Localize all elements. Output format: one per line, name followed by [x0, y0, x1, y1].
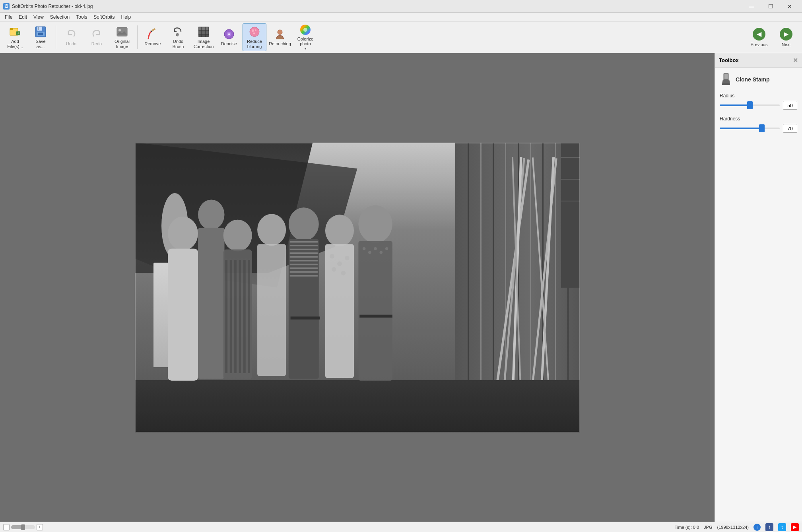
photo-container	[0, 53, 715, 522]
svg-rect-70	[360, 315, 393, 318]
photo-canvas[interactable]	[135, 143, 580, 433]
svg-rect-52	[290, 267, 318, 269]
status-time: Time (s): 0.0	[675, 525, 699, 530]
hardness-slider-thumb[interactable]	[759, 124, 765, 132]
svg-rect-39	[243, 260, 246, 373]
reduce-blurring-icon	[248, 25, 261, 38]
svg-rect-37	[234, 260, 237, 373]
svg-point-33	[223, 220, 252, 251]
clone-stamp-title: Clone Stamp	[736, 76, 770, 83]
retouching-button[interactable]: Retouching	[268, 23, 292, 51]
zoom-out-button[interactable]: −	[3, 524, 10, 530]
radius-label: Radius	[720, 93, 797, 99]
hardness-slider-track[interactable]	[720, 128, 780, 129]
app-icon: 🖼	[3, 3, 10, 10]
svg-rect-48	[290, 252, 318, 254]
status-right: Time (s): 0.0 JPG (1998x1312x24) i f t ▶	[675, 523, 799, 531]
facebook-icon[interactable]: f	[765, 523, 773, 531]
svg-rect-47	[290, 249, 318, 250]
youtube-icon[interactable]: ▶	[791, 523, 799, 531]
clone-stamp-header: Clone Stamp	[720, 72, 797, 87]
svg-point-60	[332, 267, 336, 271]
svg-rect-35	[225, 260, 228, 373]
menu-tools[interactable]: Tools	[73, 14, 90, 21]
next-arrow-icon: ▶	[780, 28, 792, 41]
svg-point-55	[325, 215, 354, 246]
image-correction-button[interactable]: Image Correction	[192, 23, 216, 51]
menu-view[interactable]: View	[30, 14, 47, 21]
svg-rect-51	[290, 264, 318, 265]
minimize-button[interactable]: —	[742, 0, 761, 13]
redo-button[interactable]: Redo	[85, 23, 109, 51]
radius-slider-thumb[interactable]	[747, 101, 753, 109]
image-correction-label: Image Correction	[194, 39, 214, 48]
title-bar-left: 🖼 SoftOrbits Photo Retoucher - old-4.jpg	[3, 3, 93, 10]
radius-value[interactable]: 50	[783, 101, 797, 110]
svg-point-31	[198, 199, 224, 230]
save-as-button[interactable]: Save as...	[29, 23, 52, 51]
zoom-slider[interactable]	[11, 525, 35, 529]
title-bar: 🖼 SoftOrbits Photo Retoucher - old-4.jpg…	[0, 0, 802, 13]
previous-button[interactable]: ◀ Previous	[746, 23, 772, 51]
svg-point-24	[255, 29, 256, 31]
svg-point-58	[338, 261, 342, 266]
radius-section: Radius 50	[720, 93, 797, 110]
svg-rect-69	[291, 317, 320, 320]
undo-label: Undo	[66, 41, 76, 46]
svg-rect-73	[722, 83, 730, 85]
twitter-icon[interactable]: t	[778, 523, 786, 531]
svg-point-68	[385, 247, 388, 250]
add-files-icon: +	[9, 25, 21, 38]
toolbar-separator-1	[56, 25, 56, 49]
status-format: JPG	[704, 525, 712, 530]
undo-icon	[65, 28, 78, 41]
svg-point-62	[359, 205, 392, 243]
svg-rect-32	[198, 228, 224, 379]
svg-point-26	[278, 30, 282, 35]
zoom-in-button[interactable]: +	[37, 524, 43, 530]
undo-brush-button[interactable]: Undo Brush	[166, 23, 190, 51]
previous-label: Previous	[751, 42, 768, 47]
image-area[interactable]	[0, 53, 715, 522]
hardness-section: Hardness 70	[720, 116, 797, 133]
original-image-button[interactable]: Original Image	[110, 23, 134, 51]
close-button[interactable]: ✕	[781, 0, 799, 13]
status-zoom: − +	[3, 524, 43, 530]
denoise-button[interactable]: Denoise	[217, 23, 241, 51]
svg-rect-9	[117, 27, 127, 36]
redo-label: Redo	[91, 41, 102, 46]
toolbox-header: Toolbox ✕	[715, 53, 802, 68]
menu-softorbits[interactable]: SoftOrbits	[90, 14, 118, 21]
add-files-label: Add File(s)...	[7, 39, 23, 48]
stamp-icon	[720, 72, 732, 87]
next-button[interactable]: ▶ Next	[773, 23, 799, 51]
menu-file[interactable]: File	[2, 14, 16, 21]
toolbox-panel: Toolbox ✕ Clone Stamp Radius	[715, 53, 802, 522]
undo-button[interactable]: Undo	[59, 23, 83, 51]
info-icon[interactable]: i	[753, 524, 761, 531]
previous-arrow-icon: ◀	[753, 28, 765, 41]
maximize-button[interactable]: ☐	[761, 0, 780, 13]
svg-rect-40	[248, 260, 251, 373]
menu-selection[interactable]: Selection	[47, 14, 73, 21]
svg-point-65	[368, 251, 371, 254]
add-files-button[interactable]: + Add File(s)...	[3, 23, 27, 51]
svg-rect-8	[38, 33, 43, 35]
svg-rect-1	[10, 28, 13, 30]
colorize-photo-button[interactable]: Colorize photo ▼	[293, 23, 317, 51]
radius-slider-track[interactable]	[720, 104, 780, 106]
menu-edit[interactable]: Edit	[16, 14, 30, 21]
toolbox-close-button[interactable]: ✕	[793, 56, 798, 64]
save-as-label: Save as...	[35, 39, 45, 48]
hardness-value[interactable]: 70	[783, 124, 797, 133]
main-area: Toolbox ✕ Clone Stamp Radius	[0, 53, 802, 522]
hardness-slider-fill	[720, 128, 762, 129]
reduce-blurring-button[interactable]: Reduce blurring	[243, 23, 266, 51]
title-bar-controls: — ☐ ✕	[742, 0, 799, 13]
reduce-blurring-label: Reduce blurring	[247, 39, 262, 48]
remove-button[interactable]: Remove	[141, 23, 165, 51]
svg-point-25	[253, 33, 255, 35]
menu-help[interactable]: Help	[118, 14, 134, 21]
svg-rect-72	[724, 74, 728, 79]
redo-icon	[90, 28, 103, 41]
